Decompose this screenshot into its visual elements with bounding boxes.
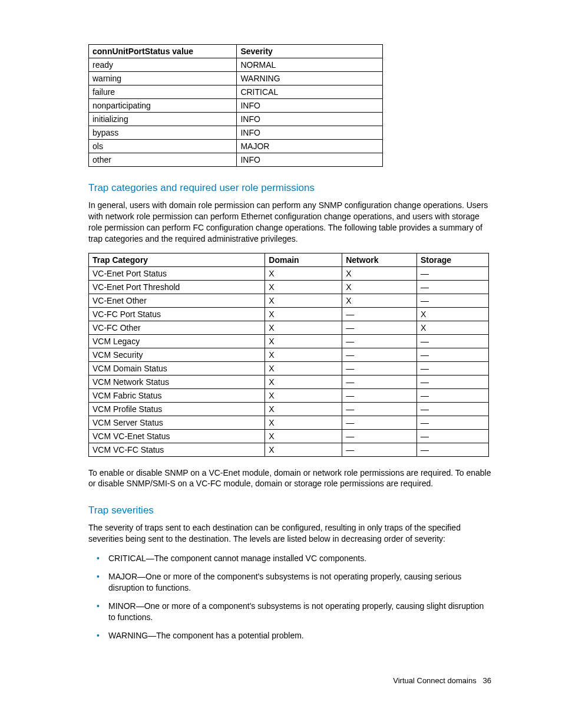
table-row: bypassINFO bbox=[89, 126, 383, 140]
footer-text: Virtual Connect domains bbox=[393, 676, 476, 685]
table-cell: — bbox=[417, 280, 489, 294]
table-cell: — bbox=[417, 266, 489, 280]
table-cell: failure bbox=[89, 85, 237, 99]
table-row: VCM Server StatusX—— bbox=[89, 416, 489, 429]
table-cell: X bbox=[342, 294, 417, 307]
table-row: VCM Fabric StatusX—— bbox=[89, 388, 489, 402]
table-header: Severity bbox=[237, 45, 383, 58]
table-cell: — bbox=[342, 348, 417, 361]
table-row: VCM LegacyX—— bbox=[89, 334, 489, 348]
table-cell: X bbox=[342, 266, 417, 280]
table-row: VCM VC-Enet StatusX—— bbox=[89, 429, 489, 443]
table-cell: warning bbox=[89, 72, 237, 85]
table-cell: — bbox=[417, 375, 489, 388]
table-row: otherINFO bbox=[89, 153, 383, 167]
severity-list: CRITICAL—The component cannot manage ins… bbox=[88, 553, 491, 641]
table-cell: — bbox=[342, 307, 417, 321]
table-cell: — bbox=[417, 429, 489, 443]
list-item: CRITICAL—The component cannot manage ins… bbox=[88, 553, 491, 564]
table-cell: X bbox=[265, 375, 342, 388]
table-cell: X bbox=[265, 321, 342, 334]
table-header: Trap Category bbox=[89, 253, 265, 266]
table-cell: X bbox=[265, 266, 342, 280]
paragraph: The severity of traps sent to each desti… bbox=[88, 522, 491, 545]
table-cell: X bbox=[265, 361, 342, 375]
table-cell: VC-Enet Other bbox=[89, 294, 265, 307]
section-heading-trap-categories: Trap categories and required user role p… bbox=[88, 182, 491, 194]
table-cell: VCM Domain Status bbox=[89, 361, 265, 375]
table-row: nonparticipatingINFO bbox=[89, 99, 383, 113]
table-cell: — bbox=[342, 416, 417, 429]
table-header-row: connUnitPortStatus value Severity bbox=[89, 45, 383, 58]
table-cell: — bbox=[417, 443, 489, 456]
table-cell: X bbox=[265, 416, 342, 429]
table-cell: X bbox=[265, 402, 342, 416]
table-cell: VC-FC Other bbox=[89, 321, 265, 334]
page-content: connUnitPortStatus value Severity readyN… bbox=[0, 0, 562, 709]
table-row: initializingINFO bbox=[89, 113, 383, 126]
paragraph: To enable or disable SNMP on a VC-Enet m… bbox=[88, 467, 491, 490]
table-cell: WARNING bbox=[237, 72, 383, 85]
table-row: VCM Network StatusX—— bbox=[89, 375, 489, 388]
table-cell: — bbox=[342, 334, 417, 348]
list-item: MAJOR—One or more of the component's sub… bbox=[88, 571, 491, 594]
table-row: VCM Profile StatusX—— bbox=[89, 402, 489, 416]
table-cell: INFO bbox=[237, 126, 383, 140]
table-row: VCM Domain StatusX—— bbox=[89, 361, 489, 375]
table-row: readyNORMAL bbox=[89, 58, 383, 72]
table-cell: VCM VC-FC Status bbox=[89, 443, 265, 456]
table-cell: — bbox=[417, 348, 489, 361]
table-row: VC-Enet OtherXX— bbox=[89, 294, 489, 307]
table-cell: X bbox=[265, 307, 342, 321]
table-cell: — bbox=[342, 375, 417, 388]
page-footer: Virtual Connect domains 36 bbox=[88, 676, 491, 685]
page-number: 36 bbox=[483, 676, 491, 685]
table-cell: INFO bbox=[237, 113, 383, 126]
table-cell: INFO bbox=[237, 153, 383, 167]
table-row: VC-Enet Port StatusXX— bbox=[89, 266, 489, 280]
table-cell: — bbox=[342, 388, 417, 402]
table-cell: VCM Fabric Status bbox=[89, 388, 265, 402]
table-header-row: Trap Category Domain Network Storage bbox=[89, 253, 489, 266]
table-cell: X bbox=[265, 388, 342, 402]
table-cell: — bbox=[417, 294, 489, 307]
table-cell: VC-FC Port Status bbox=[89, 307, 265, 321]
table-cell: VCM Network Status bbox=[89, 375, 265, 388]
table-cell: other bbox=[89, 153, 237, 167]
table-cell: VCM Security bbox=[89, 348, 265, 361]
table-cell: X bbox=[265, 280, 342, 294]
table-cell: VCM Legacy bbox=[89, 334, 265, 348]
table-cell: VCM VC-Enet Status bbox=[89, 429, 265, 443]
table-cell: ready bbox=[89, 58, 237, 72]
table-header: Network bbox=[342, 253, 417, 266]
table-cell: VCM Profile Status bbox=[89, 402, 265, 416]
table-cell: — bbox=[417, 361, 489, 375]
table-cell: X bbox=[265, 443, 342, 456]
table-cell: X bbox=[265, 429, 342, 443]
table-row: warningWARNING bbox=[89, 72, 383, 85]
table-cell: bypass bbox=[89, 126, 237, 140]
table-row: VC-Enet Port ThresholdXX— bbox=[89, 280, 489, 294]
port-status-table: connUnitPortStatus value Severity readyN… bbox=[88, 44, 383, 167]
table-cell: — bbox=[417, 334, 489, 348]
table-row: VCM VC-FC StatusX—— bbox=[89, 443, 489, 456]
table-cell: — bbox=[342, 402, 417, 416]
table-header: Domain bbox=[265, 253, 342, 266]
table-cell: ols bbox=[89, 140, 237, 153]
table-cell: VCM Server Status bbox=[89, 416, 265, 429]
table-cell: MAJOR bbox=[237, 140, 383, 153]
section-heading-trap-severities: Trap severities bbox=[88, 505, 491, 516]
table-cell: X bbox=[265, 334, 342, 348]
table-cell: — bbox=[342, 321, 417, 334]
table-cell: — bbox=[342, 429, 417, 443]
table-cell: nonparticipating bbox=[89, 99, 237, 113]
table-cell: initializing bbox=[89, 113, 237, 126]
list-item: WARNING—The component has a potential pr… bbox=[88, 630, 491, 641]
table-cell: NORMAL bbox=[237, 58, 383, 72]
table-cell: — bbox=[417, 416, 489, 429]
table-row: VCM SecurityX—— bbox=[89, 348, 489, 361]
table-cell: — bbox=[417, 402, 489, 416]
table-row: olsMAJOR bbox=[89, 140, 383, 153]
table-cell: INFO bbox=[237, 99, 383, 113]
table-header: connUnitPortStatus value bbox=[89, 45, 237, 58]
